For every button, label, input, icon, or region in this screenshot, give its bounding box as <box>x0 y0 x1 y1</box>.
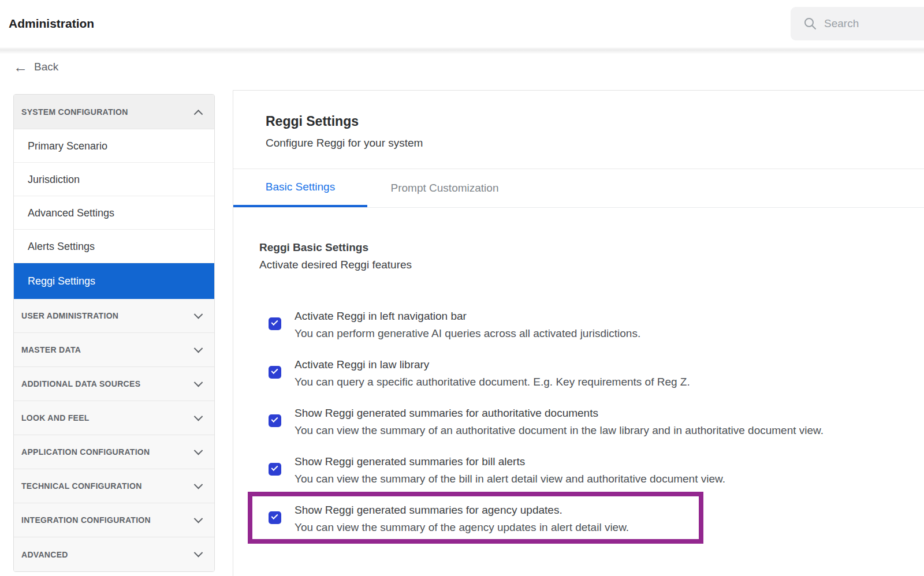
search-input[interactable] <box>824 17 916 30</box>
chevron-down-icon <box>194 480 203 489</box>
search-icon <box>803 17 817 31</box>
checkbox-agency-update-summaries[interactable] <box>269 511 281 524</box>
chevron-down-icon <box>194 548 203 558</box>
sidebar-section-label: ADDITIONAL DATA SOURCES <box>21 379 140 388</box>
setting-row-authoritative-summaries: Show Reggi generated summaries for autho… <box>269 405 824 439</box>
setting-row-bill-alert-summaries: Show Reggi generated summaries for bill … <box>269 453 725 488</box>
sidebar-section-advanced[interactable]: ADVANCED <box>14 537 214 571</box>
setting-description: You can query a specific authoritative d… <box>295 373 690 391</box>
checkbox-bill-alert-summaries[interactable] <box>269 463 281 476</box>
setting-label: Show Reggi generated summaries for agenc… <box>295 502 629 519</box>
page-title: Administration <box>9 17 94 31</box>
sidebar-section-label: LOOK AND FEEL <box>21 413 90 422</box>
setting-description: You can view the summary of an authorita… <box>295 422 824 439</box>
checkbox-activate-left-nav[interactable] <box>269 317 281 330</box>
back-label: Back <box>34 61 58 73</box>
sidebar-section-integration-configuration[interactable]: INTEGRATION CONFIGURATION <box>14 503 214 537</box>
sidebar-section-master-data[interactable]: MASTER DATA <box>14 333 214 367</box>
section-description: Activate desired Reggi features <box>259 259 412 271</box>
sidebar-section-application-configuration[interactable]: APPLICATION CONFIGURATION <box>14 435 214 469</box>
setting-row-agency-update-summaries: Show Reggi generated summaries for agenc… <box>269 502 629 536</box>
header-shadow <box>0 49 924 54</box>
chevron-down-icon <box>194 309 203 319</box>
sidebar-section-label: USER ADMINISTRATION <box>21 311 118 320</box>
sidebar-section-label: MASTER DATA <box>21 345 81 354</box>
reggi-settings-panel: Reggi Settings Configure Reggi for your … <box>233 90 924 576</box>
chevron-down-icon <box>194 514 203 523</box>
setting-description: You can view the summary of the bill in … <box>295 470 725 488</box>
checkbox-authoritative-summaries[interactable] <box>269 414 281 427</box>
chevron-up-icon <box>194 110 203 119</box>
panel-title: Reggi Settings <box>266 114 359 129</box>
sidebar-item-primary-scenario[interactable]: Primary Scenario <box>14 129 214 163</box>
setting-label: Activate Reggi in left navigation bar <box>295 308 640 325</box>
search-box[interactable] <box>791 7 924 40</box>
sidebar-section-label: ADVANCED <box>21 550 68 559</box>
page-body: ← Back SYSTEM CONFIGURATION Primary Scen… <box>0 49 924 576</box>
sidebar-item-alerts-settings[interactable]: Alerts Settings <box>14 230 214 263</box>
sidebar-item-advanced-settings[interactable]: Advanced Settings <box>14 196 214 230</box>
sidebar-item-reggi-settings[interactable]: Reggi Settings <box>14 263 214 299</box>
setting-description: You can perform generative AI queries ac… <box>295 325 640 342</box>
setting-row-left-navigation: Activate Reggi in left navigation bar Yo… <box>269 308 640 342</box>
chevron-down-icon <box>194 412 203 421</box>
sidebar-section-label: SYSTEM CONFIGURATION <box>21 107 128 117</box>
back-button[interactable]: ← Back <box>13 61 58 73</box>
sidebar-section-system-configuration[interactable]: SYSTEM CONFIGURATION <box>14 95 214 129</box>
sidebar-section-label: TECHNICAL CONFIGURATION <box>21 481 142 491</box>
checkbox-activate-law-library[interactable] <box>269 366 281 379</box>
sidebar-section-look-and-feel[interactable]: LOOK AND FEEL <box>14 401 214 435</box>
back-arrow-icon: ← <box>13 61 28 73</box>
sidebar-section-label: INTEGRATION CONFIGURATION <box>21 515 151 525</box>
tab-prompt-customization[interactable]: Prompt Customization <box>367 169 522 207</box>
check-icon <box>271 416 278 422</box>
check-icon <box>271 513 278 519</box>
chevron-down-icon <box>194 343 203 353</box>
sidebar-item-jurisdiction[interactable]: Jurisdiction <box>14 163 214 196</box>
tab-basic-settings[interactable]: Basic Settings <box>233 169 367 207</box>
setting-label: Activate Reggi in law library <box>295 356 690 373</box>
sidebar-section-user-administration[interactable]: USER ADMINISTRATION <box>14 299 214 333</box>
panel-subtitle: Configure Reggi for your system <box>266 137 423 149</box>
setting-label: Show Reggi generated summaries for bill … <box>295 453 725 470</box>
app-header: Administration <box>0 0 924 48</box>
setting-description: You can view the summary of the agency u… <box>295 519 629 536</box>
check-icon <box>271 464 278 471</box>
chevron-down-icon <box>194 377 203 387</box>
settings-sidebar: SYSTEM CONFIGURATION Primary Scenario Ju… <box>13 94 215 572</box>
chevron-down-icon <box>194 446 203 455</box>
check-icon <box>271 367 278 374</box>
setting-row-law-library: Activate Reggi in law library You can qu… <box>269 356 690 391</box>
section-heading: Reggi Basic Settings <box>259 241 368 254</box>
check-icon <box>271 319 278 326</box>
sidebar-section-label: APPLICATION CONFIGURATION <box>21 447 150 457</box>
setting-label: Show Reggi generated summaries for autho… <box>295 405 824 422</box>
sidebar-section-technical-configuration[interactable]: TECHNICAL CONFIGURATION <box>14 469 214 503</box>
tab-bar: Basic Settings Prompt Customization <box>233 169 924 208</box>
sidebar-section-additional-data-sources[interactable]: ADDITIONAL DATA SOURCES <box>14 367 214 401</box>
